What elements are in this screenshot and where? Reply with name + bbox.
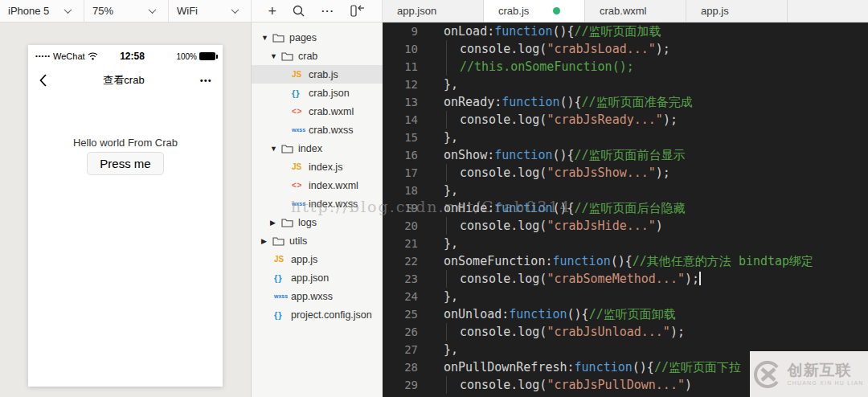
back-arrow-icon[interactable] [39, 73, 47, 88]
file-name: utils [289, 235, 307, 247]
search-icon[interactable] [293, 5, 305, 17]
code-line[interactable]: 10 console.log("crabJsLoad..."); [383, 40, 868, 58]
file-name: crab [297, 51, 317, 62]
line-number: 13 [383, 93, 418, 111]
file-name: app.js [290, 254, 317, 265]
unsaved-changes-dot [553, 7, 560, 14]
code-line[interactable]: 11 //this.onSomeFunction(); [383, 58, 868, 76]
file-name: crab.wxss [308, 125, 354, 136]
file-tree-item[interactable]: { } project.config.json [252, 305, 383, 324]
file-tree-item[interactable]: JS crab.js [252, 65, 383, 84]
zoom-selector[interactable]: 75% [84, 0, 169, 22]
code-text: console.log("crabSomeMethod..."); [446, 270, 701, 288]
page-title: 查看crab [103, 73, 144, 88]
network-selector[interactable]: WiFi [169, 0, 252, 22]
file-type-icon: JS [292, 70, 301, 79]
file-tree-item[interactable]: < > index.wxml [252, 176, 383, 194]
code-line[interactable]: 15 }, [383, 129, 868, 146]
code-text: console.log("crabJsLoad..."); [446, 40, 670, 58]
battery-status: 100% [176, 52, 215, 61]
code-line[interactable]: 26 console.log("crabJsUnload..."); [383, 323, 868, 341]
file-name: logs [297, 217, 317, 228]
mini-program-page: Hello world From Crab Press me [28, 93, 223, 175]
code-line[interactable]: 25 onUnload:function(){//监听页面卸载 [383, 305, 868, 323]
expand-arrow-icon[interactable]: ▼ [270, 52, 281, 60]
file-name: crab.json [308, 88, 350, 99]
file-tree-item[interactable]: { } crab.json [252, 84, 383, 102]
expand-arrow-icon[interactable]: ▼ [261, 34, 272, 42]
folder-icon [272, 33, 285, 43]
main-area: ••••• WeChat 12:58 100% 查看crab ••• [0, 23, 868, 397]
code-line[interactable]: 21 }, [383, 235, 868, 252]
folder-icon [281, 144, 293, 153]
more-menu-icon[interactable]: ••• [200, 76, 212, 85]
code-text: console.log("crabJsUnload..."); [446, 323, 685, 341]
code-line[interactable]: 18 }, [383, 182, 868, 199]
line-number: 9 [383, 23, 418, 40]
file-explorer-panel: ▼ pages ▼ crab JS crab.js { } crab.json … [252, 23, 383, 397]
editor-tab[interactable]: app.json [383, 0, 484, 22]
code-line[interactable]: 14 console.log("crabJsReady..."); [383, 111, 868, 129]
file-name: crab.wxml [308, 106, 354, 117]
file-type-icon: wxss [274, 293, 288, 299]
code-line[interactable]: 23 console.log("crabSomeMethod..."); [383, 270, 868, 288]
file-name: index.wxml [308, 180, 358, 191]
expand-arrow-icon[interactable]: ▼ [270, 145, 281, 153]
line-number: 25 [383, 305, 418, 323]
file-tree-item[interactable]: JS index.js [252, 158, 383, 176]
file-tree-item[interactable]: ▶ logs [252, 213, 383, 231]
folder-icon [281, 218, 293, 227]
expand-arrow-icon[interactable]: ▶ [261, 237, 272, 245]
file-tree-item[interactable]: JS app.js [252, 250, 383, 268]
code-line[interactable]: 22 onSomeFunction:function(){//其他任意的方法 b… [383, 252, 868, 270]
code-text: }, [444, 235, 458, 252]
file-tree-item[interactable]: wxss app.wxss [252, 287, 383, 305]
file-type-icon: { } [292, 88, 299, 98]
file-tree-item[interactable]: ▼ crab [252, 47, 383, 65]
code-line[interactable]: 19 onHide:function(){//监听页面后台隐藏 [383, 199, 868, 217]
code-text: }, [444, 129, 458, 146]
tab-label: app.json [397, 5, 436, 17]
add-icon[interactable]: + [268, 4, 276, 18]
line-number: 21 [383, 235, 418, 252]
clock: 12:58 [120, 51, 145, 62]
file-tree-item[interactable]: ▼ pages [252, 28, 383, 47]
file-name: project.config.json [290, 309, 372, 321]
signal-dots-icon: ••••• [35, 52, 51, 59]
editor-tab[interactable]: crab.js [484, 0, 585, 22]
code-line[interactable]: 24 }, [383, 288, 868, 305]
file-tree-item[interactable]: ▶ utils [252, 231, 383, 250]
battery-percent: 100% [176, 52, 197, 61]
code-text: console.log("crabJsHide...") [446, 217, 663, 235]
file-tree-item[interactable]: wxss index.wxss [252, 194, 383, 213]
editor-tab[interactable]: crab.wxml [585, 0, 686, 22]
code-line[interactable]: 17 console.log("crabJsShow..."); [383, 164, 868, 182]
brand-logo-icon [754, 361, 781, 388]
expand-arrow-icon[interactable]: ▶ [270, 219, 281, 227]
file-tree-item[interactable]: wxss crab.wxss [252, 121, 383, 139]
code-text: }, [444, 76, 458, 93]
file-tree-item[interactable]: ▼ index [252, 139, 383, 158]
code-text: }, [444, 288, 458, 305]
code-line[interactable]: 9 onLoad:function(){//监听页面加载 [383, 23, 868, 40]
code-text: console.log("crabJsReady..."); [446, 111, 678, 129]
more-options-icon[interactable]: ··· [321, 5, 334, 17]
code-line[interactable]: 16 onShow:function(){//监听页面前台显示 [383, 146, 868, 164]
brand-name-en: CHUANG XIN HU LIAN [787, 380, 863, 386]
code-line[interactable]: 13 onReady:function(){//监听页面准备完成 [383, 93, 868, 111]
toolbar-icon-group: + ··· [252, 0, 383, 22]
press-me-button[interactable]: Press me [87, 152, 163, 175]
collapse-panel-icon[interactable] [350, 5, 365, 17]
signal-carrier: ••••• WeChat [35, 51, 98, 61]
code-line[interactable]: 20 console.log("crabJsHide...") [383, 217, 868, 235]
wechat-devtools-window: iPhone 5 75% WiFi + ··· app.json crab.js [0, 0, 868, 397]
code-line[interactable]: 12 }, [383, 76, 868, 93]
code-editor[interactable]: 9 onLoad:function(){//监听页面加载 10 console.… [383, 23, 868, 397]
battery-icon [199, 52, 215, 60]
file-tree-item[interactable]: < > crab.wxml [252, 102, 383, 121]
device-selector[interactable]: iPhone 5 [0, 0, 84, 22]
editor-tab[interactable]: app.js [686, 0, 788, 22]
file-name: index [297, 143, 322, 154]
file-tree-item[interactable]: { } app.json [252, 268, 383, 287]
line-number: 22 [383, 252, 418, 270]
